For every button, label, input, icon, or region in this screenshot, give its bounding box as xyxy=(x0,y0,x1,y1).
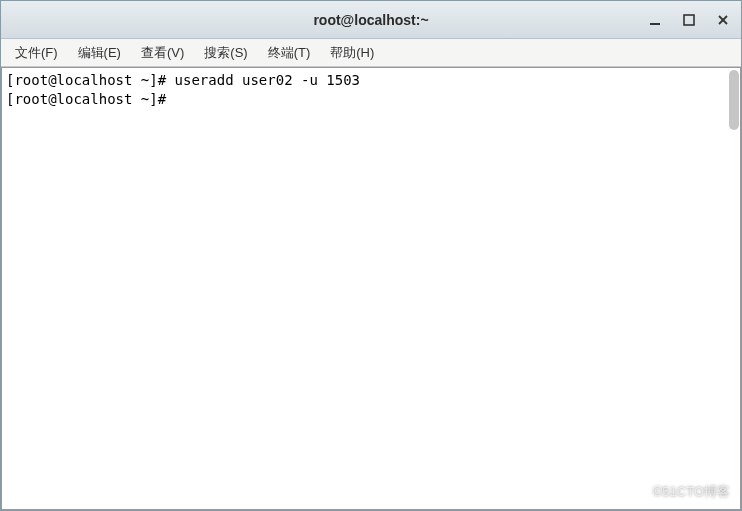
terminal-line: [root@localhost ~]# useradd user02 -u 15… xyxy=(6,72,360,88)
terminal-line: [root@localhost ~]# xyxy=(6,91,175,107)
menu-terminal[interactable]: 终端(T) xyxy=(260,41,319,65)
scrollbar-thumb[interactable] xyxy=(729,70,739,130)
minimize-button[interactable] xyxy=(645,10,665,30)
menu-search[interactable]: 搜索(S) xyxy=(196,41,255,65)
scrollbar[interactable] xyxy=(726,68,740,509)
maximize-button[interactable] xyxy=(679,10,699,30)
close-button[interactable] xyxy=(713,10,733,30)
maximize-icon xyxy=(683,14,695,26)
svg-rect-1 xyxy=(684,15,694,25)
svg-rect-0 xyxy=(650,23,660,25)
menu-help[interactable]: 帮助(H) xyxy=(322,41,382,65)
window-title: root@localhost:~ xyxy=(313,12,428,28)
terminal-output[interactable]: [root@localhost ~]# useradd user02 -u 15… xyxy=(1,67,741,510)
minimize-icon xyxy=(649,14,661,26)
terminal-window: root@localhost:~ 文件(F) 编辑(E) 查看 xyxy=(0,0,742,511)
close-icon xyxy=(717,14,729,26)
menu-file[interactable]: 文件(F) xyxy=(7,41,66,65)
menubar: 文件(F) 编辑(E) 查看(V) 搜索(S) 终端(T) 帮助(H) xyxy=(1,39,741,67)
menu-edit[interactable]: 编辑(E) xyxy=(70,41,129,65)
menu-view[interactable]: 查看(V) xyxy=(133,41,192,65)
window-controls xyxy=(645,1,733,38)
titlebar[interactable]: root@localhost:~ xyxy=(1,1,741,39)
